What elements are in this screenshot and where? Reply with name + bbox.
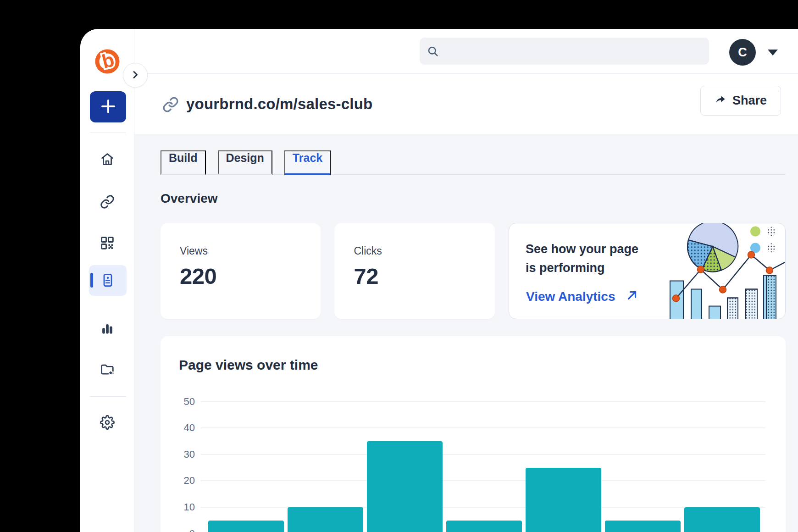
sidebar-item-campaigns[interactable] xyxy=(100,362,115,377)
search-input[interactable] xyxy=(420,38,709,65)
sidebar-item-home[interactable] xyxy=(100,152,115,166)
analytics-illustration xyxy=(633,223,785,319)
gridline xyxy=(201,427,765,428)
chart-bar xyxy=(367,441,443,532)
share-button-label: Share xyxy=(732,94,767,108)
sidebar: b xyxy=(80,29,134,532)
create-new-button[interactable] xyxy=(90,91,126,122)
views-card: Views 220 xyxy=(161,223,321,319)
view-analytics-label: View Analytics xyxy=(526,289,615,304)
chart-bar xyxy=(288,507,363,532)
share-icon xyxy=(715,93,726,108)
link-icon xyxy=(162,96,179,115)
page-views-chart-card: Page views over time 01020304050 xyxy=(161,336,786,532)
chart-title: Page views over time xyxy=(179,357,318,373)
bitly-logo-icon: b xyxy=(94,49,120,74)
sidebar-item-qr-codes[interactable] xyxy=(100,236,115,250)
chart-bar xyxy=(526,468,601,532)
sidebar-item-links[interactable] xyxy=(100,194,115,209)
chart-bar xyxy=(208,521,284,532)
tab-bar: Build Design Track xyxy=(161,150,786,175)
y-axis-tick-label: 10 xyxy=(166,501,195,513)
y-axis-tick-label: 40 xyxy=(166,422,195,434)
tab-track[interactable]: Track xyxy=(284,150,331,175)
search-icon xyxy=(427,45,439,60)
chart-bar xyxy=(446,521,522,532)
chart-bar xyxy=(684,507,760,532)
clicks-card: Clicks 72 xyxy=(334,223,494,319)
gridline xyxy=(201,480,765,481)
views-label: Views xyxy=(180,245,321,257)
page-header: yourbrnd.co/m/sales-club Share xyxy=(134,74,798,134)
chevron-right-icon xyxy=(130,70,140,81)
sidebar-item-analytics[interactable] xyxy=(100,321,115,335)
sidebar-item-settings[interactable] xyxy=(100,415,115,430)
sidebar-divider xyxy=(90,133,126,133)
clicks-label: Clicks xyxy=(354,245,494,257)
tab-build[interactable]: Build xyxy=(161,150,206,175)
overview-heading: Overview xyxy=(161,191,786,206)
views-value: 220 xyxy=(180,263,321,289)
gridline xyxy=(201,401,765,402)
y-axis-tick-label: 0 xyxy=(166,528,195,532)
content: Build Design Track Overview Views 220 Cl… xyxy=(134,134,798,532)
sidebar-expand-button[interactable] xyxy=(123,63,148,88)
analytics-promo-card: See how your page is performing View Ana… xyxy=(509,223,786,319)
active-indicator xyxy=(90,273,93,288)
y-axis-tick-label: 20 xyxy=(166,475,195,487)
stats-row: Views 220 Clicks 72 See how your page is… xyxy=(161,223,786,319)
sidebar-item-pages[interactable] xyxy=(89,265,127,296)
gridline xyxy=(201,507,765,508)
page-title: yourbrnd.co/m/sales-club xyxy=(186,74,372,134)
chevron-down-icon[interactable] xyxy=(768,50,778,55)
gridline xyxy=(201,454,765,455)
share-button[interactable]: Share xyxy=(700,86,781,116)
tab-design[interactable]: Design xyxy=(218,150,272,175)
clicks-value: 72 xyxy=(354,263,494,289)
main-area: C yourbrnd.co/m/sales-club Share xyxy=(134,29,798,532)
view-analytics-link[interactable]: View Analytics xyxy=(526,288,639,305)
pages-icon xyxy=(100,273,115,288)
sidebar-divider xyxy=(90,396,126,397)
avatar[interactable]: C xyxy=(729,39,756,66)
topbar: C xyxy=(134,29,798,74)
app-window: b xyxy=(80,29,798,532)
chart-bar xyxy=(605,521,681,532)
chart-plot: 01020304050 xyxy=(201,402,765,532)
y-axis-tick-label: 50 xyxy=(166,396,195,408)
y-axis-tick-label: 30 xyxy=(166,449,195,460)
plus-icon xyxy=(100,98,117,116)
